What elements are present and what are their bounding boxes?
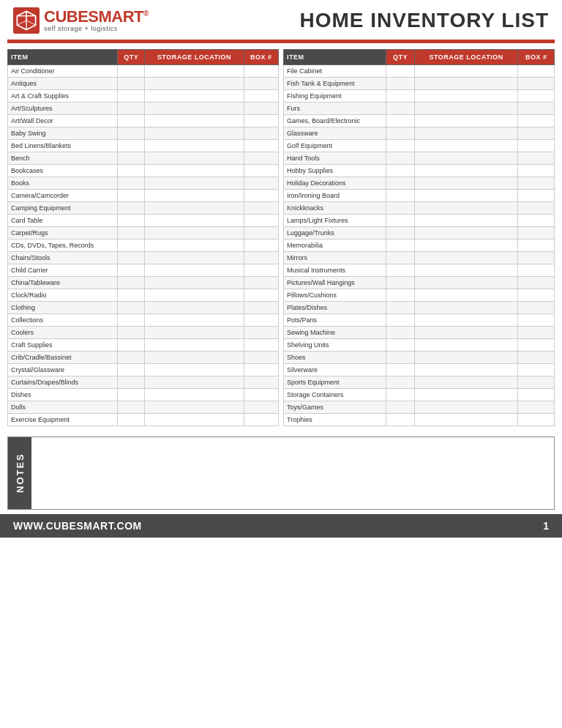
item-name: Crib/Cradle/Bassinet xyxy=(8,352,118,364)
tables-grid: ITEM QTY STORAGE LOCATION BOX # Air Cond… xyxy=(7,49,555,426)
page-header: CUBESMART® self storage + logistics HOME… xyxy=(0,0,562,40)
right-header-box: BOX # xyxy=(518,50,555,65)
item-qty xyxy=(118,190,145,202)
item-name: Clothing xyxy=(8,302,118,314)
item-qty xyxy=(118,103,145,115)
item-location xyxy=(414,289,518,302)
item-name: Air Conditioner xyxy=(8,65,118,78)
item-qty xyxy=(386,152,415,165)
item-location xyxy=(414,327,518,339)
table-row: Clothing xyxy=(8,302,279,314)
item-box xyxy=(518,376,555,389)
table-row: Clock/Radio xyxy=(8,289,279,302)
item-location xyxy=(414,65,518,78)
table-row: Coolers xyxy=(8,327,279,339)
item-name: Bench xyxy=(8,152,118,165)
table-row: File Cabinet xyxy=(284,65,555,78)
item-location xyxy=(145,215,244,227)
item-location xyxy=(145,401,244,414)
item-qty xyxy=(386,401,415,414)
item-qty xyxy=(118,302,145,314)
item-qty xyxy=(118,264,145,277)
footer-page-number: 1 xyxy=(543,520,549,532)
item-box xyxy=(244,190,278,202)
logo-text: CUBESMART® self storage + logistics xyxy=(44,9,149,32)
left-header-qty: QTY xyxy=(118,50,145,65)
item-box xyxy=(244,389,278,401)
item-location xyxy=(145,352,244,364)
item-name: Chairs/Stools xyxy=(8,252,118,264)
item-box xyxy=(244,78,278,90)
table-row: China/Tableware xyxy=(8,277,279,289)
item-name: Pillows/Cushions xyxy=(284,289,386,302)
item-box xyxy=(244,414,278,426)
item-box xyxy=(244,90,278,103)
item-qty xyxy=(118,115,145,127)
table-row: Games, Board/Electronic xyxy=(284,115,555,127)
item-box xyxy=(518,339,555,352)
item-location xyxy=(414,376,518,389)
item-box xyxy=(244,314,278,327)
item-box xyxy=(518,239,555,252)
item-name: Carpet/Rugs xyxy=(8,227,118,239)
left-header-item: ITEM xyxy=(8,50,118,65)
table-row: Shoes xyxy=(284,352,555,364)
item-qty xyxy=(118,289,145,302)
item-qty xyxy=(386,190,415,202)
item-qty xyxy=(386,252,415,264)
item-location xyxy=(145,140,244,152)
item-qty xyxy=(386,289,415,302)
item-qty xyxy=(386,65,415,78)
item-name: Glassware xyxy=(284,127,386,140)
table-row: Craft Supplies xyxy=(8,339,279,352)
notes-body[interactable] xyxy=(31,437,554,509)
item-qty xyxy=(118,352,145,364)
item-box xyxy=(518,65,555,78)
table-row: Books xyxy=(8,177,279,190)
item-box xyxy=(518,152,555,165)
item-name: Hobby Supplies xyxy=(284,165,386,177)
item-location xyxy=(145,227,244,239)
item-name: Dolls xyxy=(8,401,118,414)
table-row: Trophies xyxy=(284,414,555,426)
table-row: Iron/Ironing Board xyxy=(284,190,555,202)
item-name: Hand Tools xyxy=(284,152,386,165)
item-box xyxy=(518,202,555,215)
item-box xyxy=(518,140,555,152)
item-box xyxy=(518,401,555,414)
table-row: Knickknacks xyxy=(284,202,555,215)
table-row: Hand Tools xyxy=(284,152,555,165)
item-location xyxy=(145,327,244,339)
item-name: Antiques xyxy=(8,78,118,90)
table-row: Furs xyxy=(284,103,555,115)
item-qty xyxy=(386,239,415,252)
table-row: Hobby Supplies xyxy=(284,165,555,177)
item-qty xyxy=(118,177,145,190)
item-name: Clock/Radio xyxy=(8,289,118,302)
item-qty xyxy=(386,364,415,376)
item-name: Collections xyxy=(8,314,118,327)
item-location xyxy=(414,190,518,202)
item-location xyxy=(414,314,518,327)
item-name: Books xyxy=(8,177,118,190)
table-row: Antiques xyxy=(8,78,279,90)
cubesmart-logo-icon xyxy=(13,7,40,34)
table-row: Child Carrier xyxy=(8,264,279,277)
table-row: Exercise Equipment xyxy=(8,414,279,426)
item-qty xyxy=(118,165,145,177)
item-location xyxy=(414,264,518,277)
item-box xyxy=(518,264,555,277)
item-name: Child Carrier xyxy=(8,264,118,277)
item-box xyxy=(518,364,555,376)
table-row: CDs, DVDs, Tapes, Records xyxy=(8,239,279,252)
table-row: Air Conditioner xyxy=(8,65,279,78)
item-name: Mirrors xyxy=(284,252,386,264)
table-row: Art/Wall Decor xyxy=(8,115,279,127)
item-qty xyxy=(118,339,145,352)
item-location xyxy=(414,140,518,152)
table-row: Toys/Games xyxy=(284,401,555,414)
item-location xyxy=(145,115,244,127)
item-location xyxy=(414,302,518,314)
table-row: Curtains/Drapes/Blinds xyxy=(8,376,279,389)
item-name: Toys/Games xyxy=(284,401,386,414)
